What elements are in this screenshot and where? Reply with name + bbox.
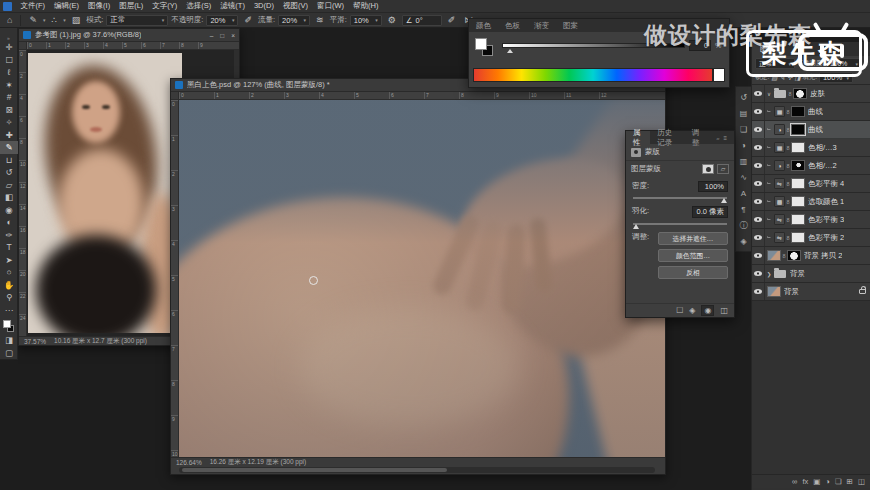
slider-knob-icon[interactable] <box>721 198 727 203</box>
layer-name[interactable]: 皮肤 <box>810 89 825 99</box>
mask-thumbnail[interactable] <box>791 160 805 171</box>
photoshop-app-icon[interactable] <box>3 2 12 11</box>
move-tool[interactable]: ✛ <box>0 41 18 54</box>
layer-name[interactable]: 背景 拷贝 2 <box>804 251 842 261</box>
blur-tool[interactable]: ◉ <box>0 204 18 217</box>
layer-name[interactable]: 色彩平衡 2 <box>808 233 844 243</box>
mask-thumbnail[interactable] <box>791 142 805 153</box>
menu-item[interactable]: 编辑(E) <box>50 1 84 11</box>
menu-item[interactable]: 滤镜(T) <box>216 1 250 11</box>
layer-thumbnail[interactable] <box>767 286 781 297</box>
density-value-field[interactable]: 100% <box>698 181 728 192</box>
foreground-color-swatch[interactable] <box>475 38 487 50</box>
menu-item[interactable]: 图像(I) <box>84 1 115 11</box>
layer-row[interactable]: ⌐ ▦ 8 曲线 <box>752 103 870 121</box>
flow-select[interactable]: 20%▾ <box>278 15 310 26</box>
panel-tab[interactable]: 色板 <box>498 19 527 32</box>
pressure-opacity-icon[interactable]: ✐ <box>241 15 255 25</box>
panel-channels-icon[interactable]: ▥ <box>740 154 748 170</box>
layer-name[interactable]: 色相/…2 <box>808 161 837 171</box>
layer-row-group[interactable]: ❯ 背景 <box>752 265 870 283</box>
home-icon[interactable]: ⌂ <box>4 15 15 25</box>
visibility-toggle[interactable] <box>752 265 765 282</box>
mask-thumbnail[interactable] <box>791 124 805 135</box>
doc1-zoom-level[interactable]: 37.57% <box>24 338 46 345</box>
layer-row[interactable]: ⌐ ▩ 8 选取颜色 1 <box>752 193 870 211</box>
marquee-tool[interactable]: ☐ <box>0 54 18 67</box>
visibility-toggle[interactable] <box>752 229 765 246</box>
feather-slider[interactable] <box>633 223 727 225</box>
menu-item[interactable]: 帮助(H) <box>349 1 383 11</box>
apply-mask-icon[interactable]: ◈ <box>689 306 695 315</box>
menu-item[interactable]: 窗口(W) <box>312 1 348 11</box>
doc2-zoom-level[interactable]: 126.64% <box>176 459 202 466</box>
panel-navigator-icon[interactable]: ◈ <box>740 234 746 250</box>
feather-value-field[interactable]: 0.0 像素 <box>692 206 728 218</box>
adjustment-icon[interactable]: ◑ <box>774 160 785 171</box>
panel-history-icon[interactable]: ↺ <box>740 90 747 106</box>
visibility-toggle[interactable] <box>752 247 765 264</box>
layer-name[interactable]: 色相/…3 <box>808 143 837 153</box>
layer-name[interactable]: 色彩平衡 3 <box>808 215 844 225</box>
type-tool[interactable]: T <box>0 241 18 254</box>
brush-preset-icon[interactable]: ✎ <box>26 15 40 25</box>
mask-thumbnail[interactable] <box>793 88 807 99</box>
visibility-toggle[interactable] <box>752 193 765 210</box>
add-mask-icon[interactable]: ▣ <box>813 477 820 486</box>
layer-name[interactable]: 曲线 <box>808 125 823 135</box>
panel-swatches-icon[interactable]: ▤ <box>740 106 748 122</box>
tab-history[interactable]: 历史记录 <box>650 131 685 144</box>
gear-icon[interactable]: ⚙ <box>385 15 399 25</box>
adjustment-icon[interactable]: ⇋ <box>774 178 785 189</box>
mask-thumbnail[interactable] <box>791 214 805 225</box>
mask-thumbnail[interactable] <box>791 232 805 243</box>
lasso-tool[interactable]: ℓ <box>0 66 18 79</box>
new-group-icon[interactable]: ❏ <box>835 477 842 486</box>
tab-adjustments[interactable]: 调整 <box>685 131 709 144</box>
airbrush-icon[interactable]: ≋ <box>313 15 327 25</box>
mask-thumbnail[interactable] <box>791 178 805 189</box>
adjustment-icon[interactable]: ⇋ <box>774 214 785 225</box>
magic-wand-tool[interactable]: ✶ <box>0 79 18 92</box>
panel-character-icon[interactable]: A <box>741 186 746 202</box>
close-button[interactable]: × <box>231 32 235 39</box>
visibility-toggle[interactable] <box>752 283 765 300</box>
chevron-right-icon[interactable]: ❯ <box>765 271 773 277</box>
panel-adjustments-icon[interactable]: ◑ <box>741 138 746 154</box>
visibility-toggle[interactable] <box>752 157 765 174</box>
mask-thumbnail[interactable] <box>791 196 805 207</box>
layer-name[interactable]: 背景 <box>784 287 799 297</box>
selection-from-mask-icon[interactable]: ☐ <box>676 306 683 315</box>
pen-tool[interactable]: ✑ <box>0 229 18 242</box>
pressure-size-icon[interactable]: ✐ <box>445 15 459 25</box>
brush-angle-field[interactable]: ∠0° <box>402 15 442 26</box>
visibility-toggle[interactable] <box>752 121 765 138</box>
eraser-tool[interactable]: ▱ <box>0 179 18 192</box>
gradient-tool[interactable]: ◧ <box>0 191 18 204</box>
tab-properties[interactable]: 属性 <box>626 131 650 144</box>
menu-item[interactable]: 选择(S) <box>182 1 216 11</box>
layer-row[interactable]: ⌐ ⇋ 8 色彩平衡 2 <box>752 229 870 247</box>
path-select-tool[interactable]: ➤ <box>0 254 18 267</box>
layer-row-background[interactable]: 背景 <box>752 283 870 301</box>
collapse-panel-icon[interactable]: » <box>716 135 719 141</box>
layer-row-group[interactable]: ∨ 8 皮肤 <box>752 85 870 103</box>
adjustment-icon[interactable]: ⇋ <box>774 232 785 243</box>
minimize-button[interactable]: – <box>210 32 214 39</box>
mask-thumbnail[interactable] <box>791 106 805 117</box>
new-layer-icon[interactable]: ⊞ <box>847 477 853 486</box>
link-layers-icon[interactable]: ∞ <box>792 477 797 486</box>
more-tools[interactable]: ⋯ <box>0 304 18 317</box>
layer-name[interactable]: 色彩平衡 4 <box>808 179 844 189</box>
layer-row-selected[interactable]: ⌐ ◑ 8 曲线 <box>752 121 870 139</box>
screen-mode-icon[interactable]: ▢ <box>0 347 18 360</box>
layer-row[interactable]: ⌐ ⇋ 8 色彩平衡 4 <box>752 175 870 193</box>
layer-row[interactable]: ⌐ ▦ 8 色相/…3 <box>752 139 870 157</box>
panel-libraries-icon[interactable]: ❏ <box>740 122 747 138</box>
visibility-toggle[interactable] <box>752 211 765 228</box>
quick-mask-icon[interactable]: ◨ <box>0 334 18 347</box>
panel-tab[interactable]: 颜色 <box>469 19 498 32</box>
smoothing-select[interactable]: 10%▾ <box>350 15 382 26</box>
shape-tool[interactable]: ○ <box>0 266 18 279</box>
panel-menu-icon[interactable]: ≡ <box>723 135 727 141</box>
